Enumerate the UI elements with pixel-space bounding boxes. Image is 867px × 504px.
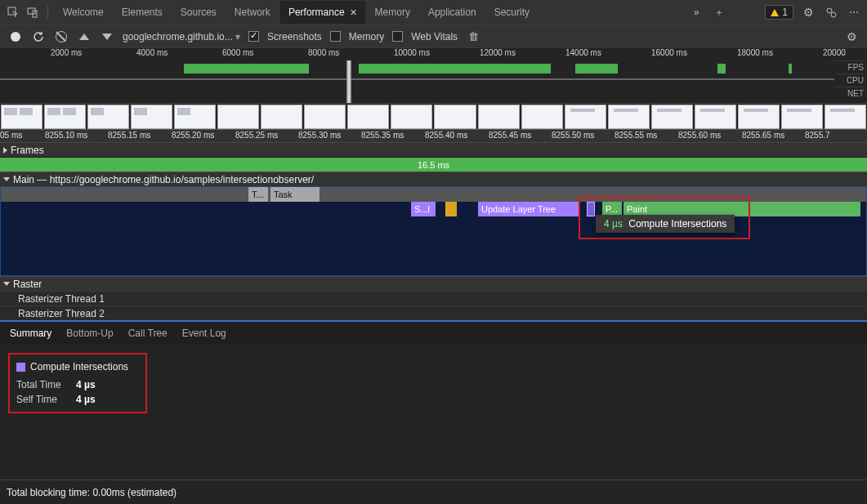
tab-performance[interactable]: Performance ✕ — [280, 1, 365, 24]
warnings-badge[interactable]: 1 — [765, 5, 793, 20]
tab-summary[interactable]: Summary — [10, 328, 51, 339]
ruler-tick: 8255.55 ms — [614, 131, 657, 140]
screenshot-thumb[interactable] — [738, 105, 780, 129]
upload-button[interactable] — [77, 29, 92, 44]
add-tab-icon[interactable]: ＋ — [711, 4, 727, 20]
screenshot-thumb[interactable] — [825, 105, 866, 129]
clear-button[interactable] — [54, 29, 69, 44]
inspect-icon[interactable] — [5, 4, 21, 20]
layout-segment[interactable]: S...l — [411, 202, 436, 216]
screenshot-thumb[interactable] — [87, 105, 129, 129]
screenshot-thumb[interactable] — [651, 105, 693, 129]
screenshot-thumb[interactable] — [131, 105, 172, 129]
screenshot-thumb[interactable] — [347, 105, 389, 129]
tab-welcome[interactable]: Welcome — [55, 1, 112, 24]
screenshot-thumb[interactable] — [217, 105, 259, 129]
tab-application[interactable]: Application — [420, 1, 485, 24]
overview-body[interactable] — [0, 60, 834, 103]
ruler-tick: 8255.50 ms — [552, 131, 594, 140]
screenshot-thumb[interactable] — [304, 105, 346, 129]
task-segment[interactable]: T... — [248, 187, 268, 202]
toolbar-settings-icon[interactable]: ⚙ — [844, 29, 859, 44]
ruler-tick: 8255.35 ms — [361, 131, 404, 140]
download-button[interactable] — [100, 29, 114, 44]
collapse-icon — [3, 177, 10, 181]
tab-security[interactable]: Security — [486, 1, 538, 24]
screenshot-thumb[interactable] — [1, 105, 42, 129]
screenshot-filmstrip[interactable] — [0, 103, 867, 129]
ov-tick: 20000 — [823, 48, 846, 57]
device-toggle-icon[interactable] — [25, 4, 41, 20]
ruler-tick: 8255.60 ms — [678, 131, 721, 140]
screenshot-thumb[interactable] — [478, 105, 520, 129]
main-lane-header[interactable]: Main — https://googlechrome.github.io/sa… — [0, 172, 867, 186]
record-button[interactable] — [8, 29, 23, 44]
svg-point-4 — [831, 12, 836, 17]
raster-thread[interactable]: Rasterizer Thread 1 — [0, 291, 867, 306]
task-segment[interactable]: Task — [270, 187, 320, 202]
screenshot-thumb[interactable] — [521, 105, 563, 129]
webvitals-label: Web Vitals — [411, 31, 458, 42]
warning-count: 1 — [782, 7, 788, 18]
frames-bar[interactable]: 16.5 ms — [0, 157, 867, 172]
blocking-time-bar: Total blocking time: 0.00ms (estimated) — [0, 479, 867, 504]
raster-header[interactable]: Raster — [0, 276, 867, 291]
ov-tick: 8000 ms — [308, 48, 339, 57]
warning-icon — [771, 9, 779, 16]
ruler-tick: 8255.65 ms — [742, 131, 784, 140]
overview-minimap[interactable]: FPS CPU NET 2000 ms 4000 ms 6000 ms 8000… — [0, 47, 867, 103]
script-segment[interactable] — [445, 202, 457, 216]
tab-memory[interactable]: Memory — [367, 1, 418, 24]
summary-panel: Compute Intersections Total Time 4 µs Se… — [8, 353, 147, 413]
tab-network[interactable]: Network — [226, 1, 279, 24]
color-swatch — [16, 363, 25, 372]
site-dropdown[interactable]: googlechrome.github.io... — [123, 31, 240, 42]
screenshot-thumb[interactable] — [391, 105, 432, 129]
overview-window-handle[interactable] — [346, 60, 351, 103]
webvitals-checkbox[interactable] — [392, 31, 403, 42]
collapse-icon — [3, 282, 10, 286]
detail-ruler[interactable]: 05 ms 8255.10 ms 8255.15 ms 8255.20 ms 8… — [0, 129, 867, 142]
expand-icon — [3, 147, 7, 154]
update-layer-tree-segment[interactable]: Update Layer Tree — [478, 202, 579, 216]
account-icon[interactable] — [823, 4, 839, 20]
flame-chart[interactable]: T... Task S...l Update Layer Tree P... P… — [0, 186, 867, 276]
more-icon[interactable]: ⋯ — [846, 4, 862, 20]
fps-label: FPS — [834, 60, 864, 74]
screenshot-thumb[interactable] — [44, 105, 86, 129]
screenshot-thumb[interactable] — [261, 105, 302, 129]
ruler-tick: 8255.20 ms — [172, 131, 214, 140]
close-icon[interactable]: ✕ — [350, 7, 357, 18]
tab-sources[interactable]: Sources — [172, 1, 225, 24]
raster-threads: Rasterizer Thread 1 Rasterizer Thread 2 — [0, 291, 867, 320]
ruler-tick: 8255.45 ms — [489, 131, 531, 140]
raster-label: Raster — [13, 279, 42, 290]
trash-icon[interactable]: 🗑 — [466, 29, 480, 44]
reload-button[interactable] — [31, 29, 46, 44]
raster-thread[interactable]: Rasterizer Thread 2 — [0, 306, 867, 320]
screenshot-thumb[interactable] — [608, 105, 650, 129]
main-lane-label: Main — https://googlechrome.github.io/sa… — [13, 174, 314, 185]
ruler-tick: 8255.10 ms — [45, 131, 87, 140]
screenshot-thumb[interactable] — [174, 105, 216, 129]
ov-tick: 10000 ms — [394, 48, 430, 57]
tooltip-name: Compute Intersections — [628, 218, 726, 230]
tab-bottomup[interactable]: Bottom-Up — [66, 328, 113, 339]
screenshot-thumb[interactable] — [781, 105, 823, 129]
tab-eventlog[interactable]: Event Log — [182, 328, 226, 339]
screenshot-thumb[interactable] — [434, 105, 476, 129]
panel-tabs: Welcome Elements Sources Network Perform… — [55, 0, 538, 25]
screenshot-thumb[interactable] — [695, 105, 736, 129]
tab-elements[interactable]: Elements — [114, 1, 171, 24]
screenshot-thumb[interactable] — [565, 105, 606, 129]
memory-checkbox[interactable] — [330, 31, 341, 42]
ruler-tick: 8255.30 ms — [298, 131, 341, 140]
tab-calltree[interactable]: Call Tree — [128, 328, 168, 339]
frames-header[interactable]: Frames — [0, 142, 867, 157]
summary-value: 4 µs — [76, 379, 96, 390]
settings-icon[interactable]: ⚙ — [800, 4, 816, 20]
screenshots-checkbox[interactable] — [248, 31, 259, 42]
ov-tick: 16000 ms — [651, 48, 687, 57]
compute-intersections-segment[interactable] — [587, 202, 595, 216]
more-tabs-icon[interactable]: » — [688, 4, 704, 20]
